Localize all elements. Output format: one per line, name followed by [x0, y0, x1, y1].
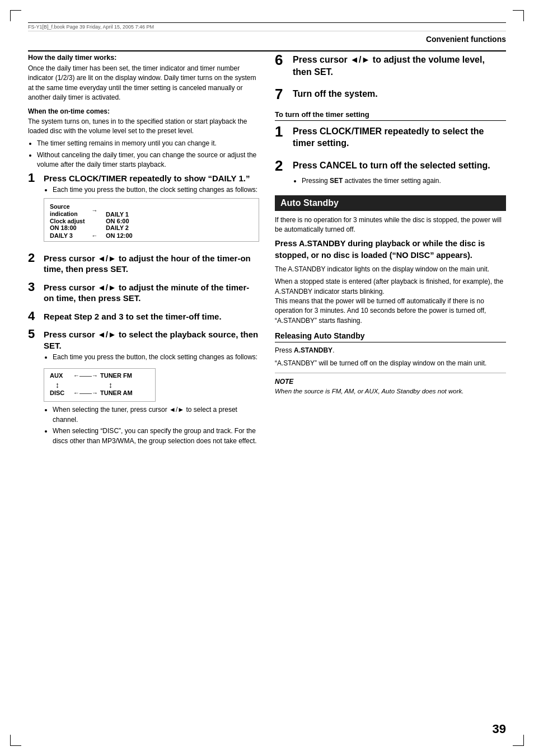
- step-3: 3 Press cursor ◄/► to adjust the minute …: [28, 282, 259, 306]
- file-info: FS-Y1[B]_f.book Page 39 Friday, April 15…: [28, 22, 506, 31]
- turn-off-step-2-bullets: Pressing SET activates the timer setting…: [293, 176, 506, 186]
- step-5-title: Press cursor ◄/► to select the playback …: [44, 329, 259, 351]
- source-indication-label: Sourceindication: [50, 203, 78, 217]
- step-4-title: Repeat Step 2 and 3 to set the timer-off…: [44, 311, 259, 322]
- turn-off-step-2: 2 Press CANCEL to turn off the selected …: [275, 159, 506, 189]
- step-7: 7 Turn off the system.: [275, 88, 506, 105]
- on1200-label: ON 12:00: [106, 232, 133, 239]
- step-5-bullets-intro: Each time you press the button, the cloc…: [44, 353, 259, 362]
- press-standby-bold: Press A.STANDBY during playback or while…: [275, 238, 506, 261]
- press-standby-sub1: The A.STANDBY indicator lights on the di…: [275, 265, 506, 274]
- step-3-title: Press cursor ◄/► to adjust the minute of…: [44, 282, 259, 304]
- step-1-num: 1: [28, 172, 44, 184]
- daily2-label: DAILY 2: [106, 224, 129, 231]
- releasing-press: Press A.STANDBY.: [275, 346, 506, 355]
- daily1-label: DAILY 1: [106, 211, 129, 218]
- auto-standby-header: Auto Standby: [275, 195, 506, 211]
- bullet-2: Without canceling the daily timer, you c…: [37, 151, 259, 170]
- step-2-content: Press cursor ◄/► to adjust the hour of t…: [44, 253, 259, 276]
- turn-off-step-2-bullet: Pressing SET activates the timer setting…: [302, 176, 506, 186]
- releasing-header: Releasing Auto Standby: [275, 331, 506, 342]
- step-5-detail-bullets: When selecting the tuner, press cursor ◄…: [44, 405, 259, 446]
- press-standby-sub2: When a stopped state is entered (after p…: [275, 277, 506, 326]
- step-3-num: 3: [28, 281, 44, 293]
- diagram-row-1: Sourceindication → DAILY 1: [50, 203, 253, 217]
- corner-mark-br: [513, 735, 524, 746]
- diagram-row-4: DAILY 3 ← ON 12:00: [50, 231, 253, 239]
- step-4-num: 4: [28, 310, 44, 322]
- page-title: Convenient functions: [426, 35, 506, 44]
- turn-off-step-1-num: 1: [275, 124, 293, 139]
- page-number: 39: [493, 722, 506, 736]
- step-5-num: 5: [28, 328, 44, 340]
- src-row-2: DISC ←——→ TUNER AM: [50, 389, 149, 396]
- step-3-content: Press cursor ◄/► to adjust the minute of…: [44, 282, 259, 306]
- step-5-bullet-2: When selecting “DISC”, you can specify t…: [53, 426, 259, 446]
- step-5-content: Press cursor ◄/► to select the playback …: [44, 329, 259, 449]
- corner-mark-tr: [513, 10, 524, 21]
- right-column: 6 Press cursor ◄/► to adjust the volume …: [275, 54, 506, 454]
- releasing-body: “A.STANDBY” will be turned off on the di…: [275, 359, 506, 368]
- turn-off-step-1-title: Press CLOCK/TIMER repeatedly to select t…: [293, 125, 506, 149]
- src-select-diagram: AUX ←——→ TUNER FM ↕ ↕ DISC ←——→ TUNER AM: [44, 368, 156, 402]
- step-6-num: 6: [275, 53, 293, 67]
- diagram-table: Sourceindication → DAILY 1: [50, 203, 253, 238]
- turn-off-step-2-title: Press CANCEL to turn off the selected se…: [293, 159, 506, 172]
- tuner-am-label: TUNER AM: [100, 389, 133, 396]
- corner-mark-tl: [10, 10, 21, 21]
- step-2-title: Press cursor ◄/► to adjust the hour of t…: [44, 253, 259, 275]
- daily-timer-bullets: The timer setting remains in memory unti…: [28, 139, 259, 170]
- on-time-body: The system turns on, tunes in to the spe…: [28, 117, 259, 137]
- step-7-num: 7: [275, 87, 293, 101]
- step-1-bullets: Each time you press the button, the cloc…: [44, 185, 259, 195]
- clock-adjust-label: Clock adjust: [50, 218, 85, 224]
- step-5-bullet-1: When selecting the tuner, press cursor ◄…: [53, 405, 259, 425]
- auto-standby-intro: If there is no operation for 3 minutes w…: [275, 215, 506, 235]
- step-6-title: Press cursor ◄/► to adjust the volume le…: [293, 54, 506, 78]
- on600-label: ON 6:00: [106, 218, 129, 224]
- disc-label: DISC: [50, 389, 71, 396]
- bullet-1: The timer setting remains in memory unti…: [37, 139, 259, 148]
- step-5-intro-bullet: Each time you press the button, the cloc…: [53, 353, 259, 362]
- header-divider: [28, 50, 506, 51]
- daily3-label: DAILY 3: [50, 232, 73, 239]
- content-columns: How the daily timer works: Once the dail…: [28, 54, 506, 454]
- turn-off-heading: To turn off the timer setting: [275, 110, 506, 121]
- step-5: 5 Press cursor ◄/► to select the playbac…: [28, 329, 259, 449]
- step-7-content: Turn off the system.: [293, 88, 506, 105]
- step-7-title: Turn off the system.: [293, 88, 506, 100]
- note-text: When the source is FM, AM, or AUX, Auto …: [275, 387, 506, 396]
- turn-off-step-2-num: 2: [275, 158, 293, 173]
- step-6: 6 Press cursor ◄/► to adjust the volume …: [275, 54, 506, 82]
- header: Convenient functions: [28, 35, 506, 44]
- left-column: How the daily timer works: Once the dail…: [28, 54, 259, 454]
- src-arrow-lr-2: ←——→: [73, 389, 98, 396]
- turn-off-step-1-content: Press CLOCK/TIMER repeatedly to select t…: [293, 125, 506, 154]
- note-divider: [275, 373, 506, 373]
- step-2: 2 Press cursor ◄/► to adjust the hour of…: [28, 253, 259, 276]
- turn-off-step-2-content: Press CANCEL to turn off the selected se…: [293, 159, 506, 189]
- note-label: NOTE: [275, 378, 506, 386]
- arrow-left-1: ←: [92, 232, 98, 239]
- tuner-fm-label: TUNER FM: [100, 372, 132, 379]
- corner-mark-bl: [10, 735, 21, 746]
- on-time-heading: When the on-time comes:: [28, 107, 259, 115]
- diagram-row-2: Clock adjust ON 6:00: [50, 218, 253, 224]
- arrow-right-1: →: [92, 207, 98, 214]
- turn-off-step-1: 1 Press CLOCK/TIMER repeatedly to select…: [275, 125, 506, 154]
- step-6-content: Press cursor ◄/► to adjust the volume le…: [293, 54, 506, 82]
- step-4: 4 Repeat Step 2 and 3 to set the timer-o…: [28, 311, 259, 324]
- aux-label: AUX: [50, 372, 71, 379]
- daily-timer-body: Once the daily timer has been set, the t…: [28, 64, 259, 103]
- step-1: 1 Press CLOCK/TIMER repeatedly to show “…: [28, 173, 259, 247]
- src-vertical-arrows: ↕ ↕: [55, 381, 149, 389]
- page: FS-Y1[B]_f.book Page 39 Friday, April 15…: [0, 0, 534, 756]
- step-1-title: Press CLOCK/TIMER repeatedly to show “DA…: [44, 173, 259, 184]
- daily-timer-heading: How the daily timer works:: [28, 54, 259, 62]
- aux-down-arrow: ↕: [55, 381, 59, 389]
- src-arrow-lr-1: ←——→: [73, 372, 98, 379]
- diagram-row-3: ON 18:00 DAILY 2: [50, 224, 253, 231]
- step-2-num: 2: [28, 252, 44, 264]
- step-1-content: Press CLOCK/TIMER repeatedly to show “DA…: [44, 173, 259, 247]
- step-1-bullet: Each time you press the button, the cloc…: [53, 185, 259, 195]
